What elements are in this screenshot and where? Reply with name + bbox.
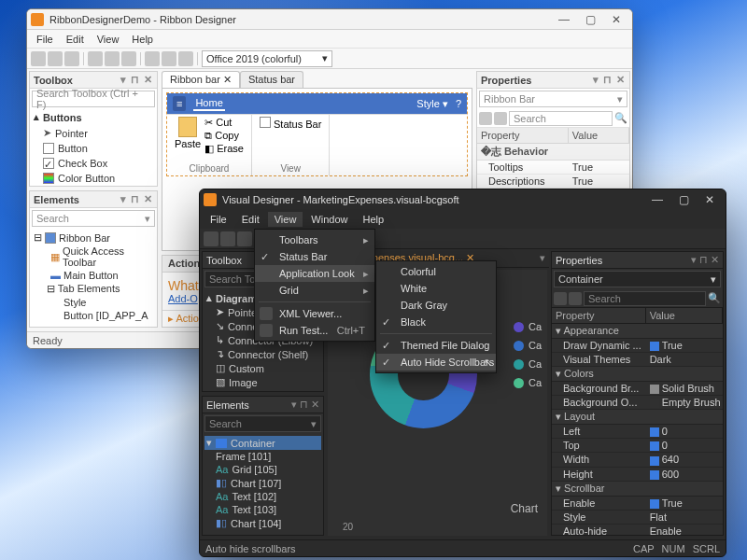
maximize-button[interactable]: ▢ [578, 11, 602, 28]
menu-item-xml[interactable]: XML Viewer... [255, 305, 374, 322]
menu-edit[interactable]: Edit [61, 32, 90, 47]
theme-combo[interactable]: Office 2019 (colorful)▾ [202, 50, 332, 67]
play-icon[interactable] [162, 51, 176, 66]
categorized-icon[interactable] [554, 292, 567, 305]
tab-ribbon-bar[interactable]: Ribbon bar ✕ [162, 71, 240, 88]
paste-icon[interactable] [121, 51, 136, 66]
menu-item-themed-dialog[interactable]: ✓Themed File Dialog [376, 337, 496, 354]
copy-icon[interactable] [105, 51, 120, 66]
menu-help[interactable]: Help [356, 212, 390, 227]
property-row[interactable]: Background Br...Solid Brush [552, 382, 723, 396]
tab-status-bar[interactable]: Status bar [240, 71, 303, 88]
property-group[interactable]: ▾ Colors [552, 367, 723, 382]
cut-icon[interactable] [88, 51, 103, 66]
pane-controls[interactable]: ▾ ⊓ ✕ [593, 74, 626, 86]
toolbox-item[interactable]: ▧ Image [204, 375, 321, 389]
pane-controls[interactable]: ▾ ⊓ ✕ [691, 254, 719, 266]
property-row[interactable]: Auto-hideEnable [552, 525, 723, 535]
file-tab[interactable]: ≡ [173, 96, 186, 111]
tree-item[interactable]: ▬Main Button [34, 269, 153, 282]
close-button[interactable]: ✕ [698, 191, 722, 208]
style-dropdown[interactable]: Style ▾ [416, 98, 448, 110]
actions-link[interactable]: Add-O [168, 293, 198, 304]
menu-item-grid[interactable]: Grid▸ [255, 282, 374, 299]
toolbox-item[interactable]: ↴ Connector (Shelf) [204, 347, 321, 361]
menu-item-black[interactable]: ✓Black [376, 314, 496, 330]
toolbox-item[interactable]: ✓Check Box [30, 156, 157, 171]
tree-item[interactable]: ▮▯ Chart [107] [204, 476, 321, 490]
menu-item-runtest[interactable]: Run Test...Ctrl+T [255, 322, 374, 339]
menu-item-white[interactable]: White [376, 280, 496, 297]
property-row[interactable]: Background O...Empty Brush [552, 396, 723, 410]
elements-search[interactable]: Search▾ [204, 415, 321, 432]
pane-header[interactable]: Properties▾ ⊓ ✕ [477, 72, 629, 89]
menu-view[interactable]: View [268, 212, 303, 227]
menu-item-darkgray[interactable]: Dark Gray [376, 297, 496, 314]
property-row[interactable]: Left0 [552, 425, 723, 439]
tree-item[interactable]: Aa Grid [105]Grid [105] [204, 463, 321, 476]
legend-item[interactable]: Ca [514, 321, 542, 332]
property-row[interactable]: Visual ThemesDark [552, 353, 723, 367]
titlebar[interactable]: RibbonDesignerDemo - Ribbon Designer — ▢… [27, 9, 632, 30]
menu-item-statusbar[interactable]: ✓Status Bar [255, 248, 374, 265]
open-icon[interactable] [48, 51, 63, 66]
home-tab[interactable]: Home [193, 96, 224, 111]
cut-button[interactable]: ✂ Cut [204, 117, 244, 129]
tree-item[interactable]: ▦Quick Access Toolbar [34, 245, 153, 269]
property-row[interactable]: TooltipsTrue [477, 161, 629, 175]
tree-item[interactable]: Button [ID_APP_A [34, 309, 153, 322]
toolbox-item[interactable]: ➤Pointer [30, 125, 157, 141]
categorized-icon[interactable] [479, 112, 492, 125]
tree-item[interactable]: Aa Text [103] [204, 503, 321, 516]
property-group[interactable]: �志 Behavior [477, 144, 629, 161]
toolbox-group[interactable]: ▴ Buttons [30, 109, 157, 125]
property-row[interactable]: DescriptionsTrue [477, 175, 629, 189]
tree-item[interactable]: ⊟ Ribbon Bar [34, 231, 153, 245]
tab-overflow[interactable]: ▾ [540, 252, 545, 264]
menu-help[interactable]: Help [126, 32, 159, 47]
property-group[interactable]: ▾ Appearance [552, 324, 723, 339]
property-row[interactable]: Width640 [552, 453, 723, 467]
property-search[interactable]: Search [584, 291, 706, 306]
legend-item[interactable]: Ca [514, 358, 542, 370]
pane-header[interactable]: Toolbox▾ ⊓ ✕ [30, 72, 157, 89]
menu-window[interactable]: Window [304, 212, 354, 227]
maximize-button[interactable]: ▢ [671, 191, 696, 208]
tree-item-selected[interactable]: ▾ Container [204, 436, 321, 450]
menu-view[interactable]: View [92, 32, 125, 47]
menu-item-applook[interactable]: Application Look▸ [255, 265, 374, 282]
titlebar[interactable]: Visual Designer - MarketingExpenses.visu… [200, 189, 726, 210]
pane-controls[interactable]: ▾ ⊓ ✕ [291, 399, 319, 411]
pane-controls[interactable]: ▾ ⊓ ✕ [120, 193, 153, 205]
alpha-icon[interactable] [494, 112, 507, 125]
minimize-button[interactable]: — [552, 11, 576, 28]
menu-item-autohide[interactable]: ✓Auto Hide Scrollbars↖ [376, 354, 496, 371]
pane-header[interactable]: Properties▾ ⊓ ✕ [552, 252, 723, 269]
save-icon[interactable] [64, 51, 79, 66]
close-button[interactable]: ✕ [604, 11, 628, 28]
toolbox-item[interactable]: ◫ Custom [204, 361, 321, 375]
pane-header[interactable]: Elements▾ ⊓ ✕ [203, 397, 323, 413]
object-combo[interactable]: Container▾ [554, 271, 721, 287]
toolbox-item[interactable]: Color Button [30, 171, 157, 186]
tree-item[interactable]: Style [34, 296, 153, 309]
alpha-icon[interactable] [569, 292, 582, 305]
paste-button[interactable]: Paste [175, 117, 201, 155]
menu-item-colorful[interactable]: Colorful [376, 263, 496, 280]
property-row[interactable]: Draw Dynamic ...True [552, 339, 723, 353]
help-icon[interactable]: ? [456, 98, 461, 109]
copy-button[interactable]: ⧉ Copy [204, 130, 244, 142]
tree-item[interactable]: Aa Text [102] [204, 490, 321, 503]
pane-controls[interactable]: ▾ ⊓ ✕ [120, 74, 153, 86]
menu-edit[interactable]: Edit [235, 212, 266, 227]
open-icon[interactable] [220, 231, 235, 246]
tree-item[interactable]: ⊟ Tab Elements [34, 282, 153, 296]
object-combo[interactable]: Ribbon Bar▾ [479, 91, 627, 107]
menu-file[interactable]: File [31, 32, 59, 47]
wrench-icon[interactable] [145, 51, 160, 66]
toolbox-search[interactable]: Search Toolbox (Ctrl + F) [32, 91, 155, 107]
search-icon[interactable]: 🔍 [614, 112, 627, 124]
toolbox-item[interactable]: Button [30, 141, 157, 156]
erase-button[interactable]: ◧ Erase [204, 143, 244, 155]
tree-item[interactable]: ▮▯ Chart [104] [204, 516, 321, 530]
